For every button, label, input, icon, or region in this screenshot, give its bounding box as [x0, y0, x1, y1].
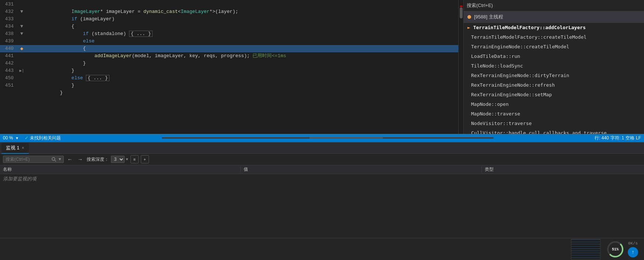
status-bar: 00 % ▼ ✓ 未找到相关问题 行: 440 字符: 1 空格 LF [0, 134, 644, 142]
nav-back-button[interactable]: ← [66, 155, 74, 163]
code-line-438: 438 ▼ else [0, 30, 458, 38]
callstack-item-9[interactable]: MapNode::traverse [464, 109, 644, 119]
gutter-451 [18, 82, 25, 89]
progress-circle-container: 51% [606, 240, 624, 258]
panel-tabs: 监视 1 × [0, 143, 644, 154]
callstack-item-7[interactable]: RexTerrainEngineNode::setMap [464, 90, 644, 100]
gutter-438: ▼ [18, 30, 25, 38]
zoom-chevron-icon: ▼ [15, 136, 19, 140]
tab-watch-1[interactable]: 监视 1 × [1, 143, 29, 154]
bottom-progress-bar: 51% 0K/s ↑ [0, 238, 644, 260]
search-icon[interactable] [51, 157, 56, 162]
callstack-list[interactable]: TerrainTileModelFactory::addColorLayers … [464, 23, 644, 134]
line-num-450: 450 [1, 74, 18, 82]
tab-watch-1-close[interactable]: × [22, 145, 24, 150]
col-header-name: 名称 [0, 166, 241, 173]
zoom-status: 00 % ▼ [3, 135, 19, 141]
gutter-432: ▼ [18, 8, 25, 15]
nav-forward-button[interactable]: → [76, 155, 84, 163]
code-panel: 431 ImageLayer* imageLayer = dynamic_cas… [0, 0, 458, 134]
line-content-434: if (standalone) { ... } [25, 23, 457, 30]
filter-button[interactable]: ≡ [130, 155, 139, 163]
gutter-434: ▼ [18, 23, 25, 30]
line-content-432: if (imageLayer) [25, 8, 457, 15]
callstack-item-8[interactable]: MapNode::open [464, 100, 644, 109]
callstack-item-2[interactable]: TerrainEngineNode::createTileModel [464, 42, 644, 52]
scrollbar-mini [67, 137, 589, 139]
progress-area: 51% 0K/s ↑ [606, 240, 638, 258]
watch-search-box[interactable]: ▼ [3, 156, 64, 163]
encoding-label: LF [636, 135, 641, 141]
code-line-443: 443 ▶| else { ... } [0, 67, 458, 74]
callstack-search-label: 搜索(Ctrl+E) [467, 2, 493, 9]
line-num-451: 451 [1, 82, 18, 89]
callstack-item-0[interactable]: TerrainTileModelFactory::addColorLayers [464, 23, 644, 32]
line-num-443: 443 [1, 67, 18, 74]
depth-select[interactable]: 3 1 2 4 5 [111, 156, 125, 163]
problems-text: 未找到相关问题 [30, 135, 61, 141]
gutter-440: ◆ [18, 45, 25, 52]
search-dropdown-icon[interactable]: ▼ [59, 157, 61, 162]
code-line-451: 451 } [0, 82, 458, 89]
line-content-441: } [25, 52, 457, 60]
line-content-438: else [25, 30, 457, 38]
depth-chevron-icon: ▼ [126, 157, 128, 162]
code-line-441: 441 } [0, 52, 458, 60]
line-num-442: 442 [1, 60, 18, 67]
col-label: 字符: 1 [610, 135, 624, 141]
line-num-432: 432 [1, 8, 18, 15]
gutter-443: ▶| [18, 67, 25, 74]
callstack-item-11[interactable]: CullVisitor::handle_cull_callbacks_and_t… [464, 128, 644, 134]
scrollbar-thumb[interactable] [460, 7, 463, 18]
callstack-item-4[interactable]: TileNode::loadSync [464, 61, 644, 71]
callstack-item-1[interactable]: TerrainTileModelFactory::createTileModel [464, 32, 644, 42]
line-num-439: 439 [1, 38, 18, 45]
row-col-status: 行: 440 字符: 1 空格 LF [595, 135, 641, 141]
tab-watch-1-label: 监视 1 [6, 145, 20, 151]
add-watch-button[interactable]: + [141, 155, 149, 163]
gutter-439 [18, 38, 25, 45]
upload-button[interactable]: ↑ [628, 247, 638, 257]
watch-table-body: 添加要监视的项 [0, 174, 644, 238]
code-line-439: 439 { [0, 38, 458, 45]
callstack-item-10[interactable]: NodeVisitor::traverse [464, 119, 644, 128]
upload-area: 0K/s ↑ [628, 241, 638, 257]
col-header-value: 值 [241, 166, 481, 173]
line-num-440: 440 [1, 45, 18, 52]
col-header-type: 类型 [482, 166, 644, 173]
line-content-443: else { ... } [25, 67, 457, 74]
line-num-434: 434 [1, 23, 18, 30]
svg-point-0 [52, 157, 55, 160]
callstack-search-bar: 搜索(Ctrl+E) [464, 0, 644, 11]
watch-search-input[interactable] [6, 157, 50, 162]
problems-status: ✓ 未找到相关问题 [25, 135, 61, 141]
thread-label: [9588] 主线程 [474, 14, 503, 20]
editor-scrollbar[interactable] [458, 0, 463, 134]
callstack-item-6[interactable]: RexTerrainEngineNode::refresh [464, 80, 644, 90]
gutter-442 [18, 60, 25, 67]
code-line-440: 440 ◆ addImageLayer(model, imageLayer, k… [0, 45, 458, 52]
svg-line-1 [55, 160, 56, 162]
editor-minibar[interactable] [162, 137, 494, 139]
minimap-thumbnail [571, 239, 601, 259]
callstack-item-5[interactable]: RexTerrainEngineNode::dirtyTerrain [464, 71, 644, 80]
bottom-panel: 监视 1 × ▼ ← → 搜索深度： 3 1 2 4 5 ▼ ≡ + [0, 142, 644, 260]
editor-area: 431 ImageLayer* imageLayer = dynamic_cas… [0, 0, 644, 134]
code-line-450: 450 } [0, 74, 458, 82]
watch-add-row[interactable]: 添加要监视的项 [0, 174, 644, 184]
row-label: 行: 440 [595, 135, 609, 141]
code-panel-wrapper: 431 ImageLayer* imageLayer = dynamic_cas… [0, 0, 463, 134]
code-line-442: 442 } [0, 60, 458, 67]
callstack-thread-header: [9588] 主线程 [464, 11, 644, 23]
line-num-441: 441 [1, 52, 18, 60]
line-content-439: { [25, 38, 457, 45]
line-content-450: } [25, 74, 457, 82]
zoom-value: 00 % [3, 135, 13, 141]
code-line-433: 433 { [0, 15, 458, 23]
line-content-433: { [25, 15, 457, 23]
callstack-item-3[interactable]: LoadTileData::run [464, 52, 644, 61]
gutter-433 [18, 15, 25, 23]
line-num-438: 438 [1, 30, 18, 38]
gutter-441 [18, 52, 25, 60]
indent-label: 空格 [626, 135, 634, 141]
